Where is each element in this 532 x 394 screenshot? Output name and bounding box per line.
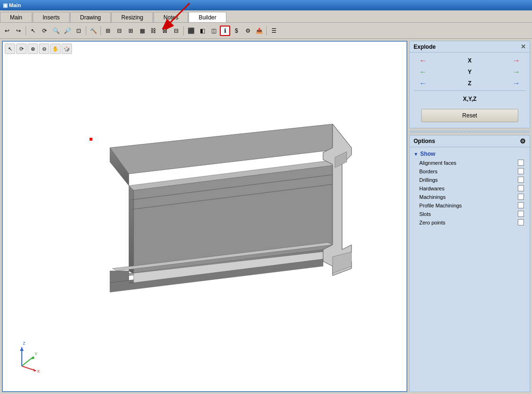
tab-notes[interactable]: Notes <box>153 12 188 22</box>
zero-points-checkbox[interactable] <box>518 219 524 225</box>
vp-3d-button[interactable]: 🎲 <box>62 44 72 54</box>
show-item-zero-points: Zero points <box>414 218 526 226</box>
title-bar: ▣ Main <box>0 0 532 10</box>
options-panel-header: Options ⚙ <box>410 135 530 147</box>
borders-checkbox[interactable] <box>518 168 524 174</box>
measure-button[interactable]: ⊟ <box>171 26 181 36</box>
tab-resizing[interactable]: Resizing <box>111 12 153 22</box>
drillings-label: Drillings <box>419 177 438 183</box>
show-section-label: Show <box>420 151 435 157</box>
x-axis-label: X <box>433 57 507 64</box>
info-button[interactable]: ℹ <box>220 26 230 36</box>
machinings-checkbox[interactable] <box>518 194 524 200</box>
tab-inserts[interactable]: Inserts <box>33 12 70 22</box>
alignment-faces-checkbox[interactable] <box>518 160 524 166</box>
show-toggle-button[interactable]: ▼ Show <box>414 149 526 159</box>
separator-5 <box>266 26 267 36</box>
separator-2 <box>86 26 86 36</box>
svg-marker-6 <box>129 186 134 273</box>
align-button[interactable]: ⊟ <box>114 26 125 36</box>
y-increase-button[interactable]: → <box>507 68 526 76</box>
grid-button[interactable]: ⊞ <box>103 26 113 36</box>
title-label: Main <box>9 2 21 8</box>
explode-panel-header: Explode ✕ <box>410 41 530 53</box>
show-item-slots: Slots <box>414 210 526 218</box>
menu-button[interactable]: ☰ <box>269 26 279 36</box>
model-svg <box>39 86 370 347</box>
svg-marker-26 <box>20 347 24 351</box>
options-gear-button[interactable]: ⚙ <box>520 137 526 145</box>
tab-main[interactable]: Main <box>0 12 32 22</box>
title-icon: ▣ <box>3 2 8 9</box>
tab-drawing[interactable]: Drawing <box>70 12 111 22</box>
x-decrease-button[interactable]: ← <box>414 56 433 65</box>
show-item-alignment: Alignment faces <box>414 159 526 167</box>
vp-zoom-out-button[interactable]: ⊖ <box>39 44 49 54</box>
y-decrease-button[interactable]: ← <box>414 68 433 76</box>
svg-text:Z: Z <box>23 341 26 346</box>
right-panel: Explode ✕ ← X → ← Y → ← Z → X,Y,Z <box>409 41 530 392</box>
rotate-button[interactable]: ⟳ <box>39 26 50 36</box>
borders-label: Borders <box>419 169 438 174</box>
viewport[interactable]: ↖ ⟳ ⊕ ⊖ ✋ 🎲 <box>2 41 407 392</box>
undo-button[interactable]: ↩ <box>2 26 12 36</box>
zero-points-label: Zero points <box>419 220 445 225</box>
dollar-button[interactable]: $ <box>231 26 242 36</box>
select-button[interactable]: ↖ <box>28 26 38 36</box>
drillings-checkbox[interactable] <box>518 177 524 183</box>
tab-builder[interactable]: Builder <box>189 12 226 22</box>
zoom-out-button[interactable]: 🔎 <box>62 26 72 36</box>
3d-model <box>3 42 406 391</box>
x-increase-button[interactable]: → <box>507 56 526 65</box>
alignment-faces-label: Alignment faces <box>419 160 456 166</box>
slots-checkbox[interactable] <box>518 211 524 217</box>
options-title: Options <box>414 138 435 144</box>
explode-close-button[interactable]: ✕ <box>521 43 526 50</box>
resize-dots: · · · · · <box>460 130 478 134</box>
options-panel: Options ⚙ ▼ Show Alignment faces Borders <box>409 135 530 392</box>
vp-select-button[interactable]: ↖ <box>5 44 15 54</box>
z-axis-label: Z <box>433 80 507 87</box>
hardwares-checkbox[interactable] <box>518 185 524 191</box>
profile-machinings-label: Profile Machinings <box>419 203 462 208</box>
link-button[interactable]: ⛓ <box>148 26 159 36</box>
front-view-button[interactable]: ◧ <box>197 26 207 36</box>
frame-button[interactable]: ▦ <box>137 26 147 36</box>
3d-view-button[interactable]: ⬛ <box>186 26 196 36</box>
tool2-button[interactable]: ⊠ <box>160 26 170 36</box>
profile-machinings-checkbox[interactable] <box>518 202 524 208</box>
redo-button[interactable]: ↪ <box>13 26 24 36</box>
show-item-profile-machinings: Profile Machinings <box>414 201 526 210</box>
separator-3 <box>100 26 101 36</box>
show-item-borders: Borders <box>414 167 526 176</box>
svg-text:X: X <box>37 369 40 374</box>
xyz-label: X,Y,Z <box>414 94 526 104</box>
zoom-in-button[interactable]: 🔍 <box>51 26 61 36</box>
show-section: ▼ Show Alignment faces Borders Drillings <box>410 147 530 228</box>
show-toggle-arrow: ▼ <box>414 152 418 157</box>
table-button[interactable]: ⊞ <box>126 26 136 36</box>
reset-button[interactable]: Reset <box>421 109 518 122</box>
vp-pan-button[interactable]: ✋ <box>50 44 61 54</box>
svg-text:Y: Y <box>35 351 37 356</box>
vp-zoom-in-button[interactable]: ⊕ <box>27 44 38 54</box>
hammer-button[interactable]: 🔨 <box>88 26 99 36</box>
reset-row: Reset <box>414 107 526 124</box>
hardwares-label: Hardwares <box>419 186 444 191</box>
settings-button[interactable]: ⚙ <box>243 26 253 36</box>
main-toolbar: ↩ ↪ ↖ ⟳ 🔍 🔎 ⊡ 🔨 ⊞ ⊟ ⊞ ▦ ⛓ ⊠ ⊟ ⬛ ◧ ◫ ℹ $ … <box>0 23 532 39</box>
zoom-fit-button[interactable]: ⊡ <box>73 26 84 36</box>
slots-label: Slots <box>419 211 431 217</box>
explode-panel: Explode ✕ ← X → ← Y → ← Z → X,Y,Z <box>409 41 530 128</box>
export-button[interactable]: 📤 <box>254 26 264 36</box>
machinings-label: Machinings <box>419 194 446 200</box>
axis-indicator: X Y Z <box>12 338 41 377</box>
separator-4 <box>183 26 184 36</box>
side-view-button[interactable]: ◫ <box>208 26 219 36</box>
show-item-machinings: Machinings <box>414 193 526 201</box>
panel-resize-handle[interactable]: · · · · · <box>409 130 530 133</box>
y-axis-label: Y <box>433 69 507 75</box>
vp-rotate-button[interactable]: ⟳ <box>16 44 27 54</box>
z-decrease-button[interactable]: ← <box>414 79 433 88</box>
z-increase-button[interactable]: → <box>507 79 526 88</box>
